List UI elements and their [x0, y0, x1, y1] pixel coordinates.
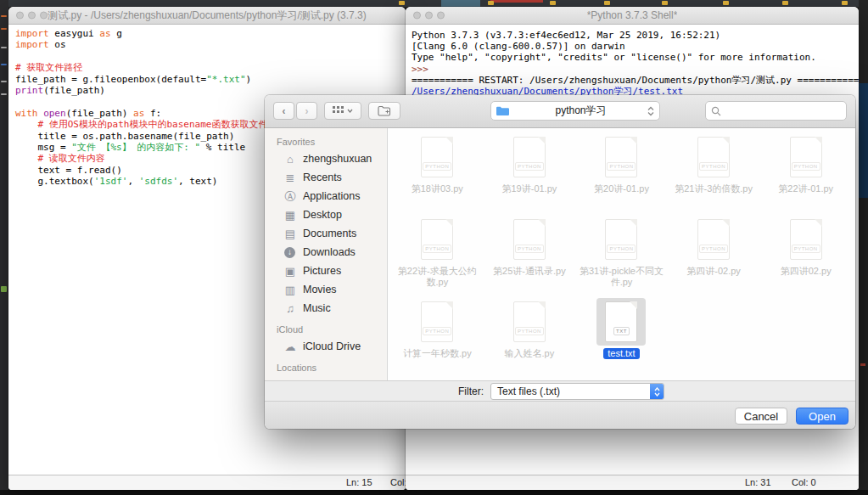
search-field[interactable] — [705, 101, 847, 121]
close-icon[interactable] — [413, 12, 421, 20]
sidebar-item-label: Downloads — [303, 246, 356, 258]
close-icon[interactable] — [16, 12, 24, 20]
folder-icon — [488, 1, 494, 5]
editor-line-indicator: Ln: 15 — [346, 477, 372, 487]
file-item[interactable]: PYTHON第21讲-3的倍数.py — [668, 133, 760, 216]
document-icon: PYTHON — [421, 301, 453, 342]
sidebar-item-label: Pictures — [303, 265, 341, 277]
editor-col-indicator: Col: — [390, 477, 406, 487]
folder-icon — [604, 1, 610, 5]
sidebar-item-music[interactable]: ♫Music — [265, 299, 387, 318]
folder-icon — [399, 1, 405, 5]
desktop-icon: ▦ — [283, 210, 297, 221]
shell-line: Python 3.7.3 (v3.7.3:ef4ec6ed12, Mar 25 … — [412, 30, 859, 41]
zoom-icon[interactable] — [40, 12, 48, 20]
file-name: test.txt — [603, 348, 639, 359]
movies-icon: ▥ — [283, 284, 297, 295]
home-icon: ⌂ — [283, 154, 297, 165]
filter-dropdown[interactable]: Text files (.txt) — [490, 383, 664, 400]
sidebar-item-icloud-drive[interactable]: ☁iCloud Drive — [265, 337, 387, 356]
file-item[interactable]: PYTHON第20讲-01.py — [575, 133, 668, 216]
sidebar-item-label: Recents — [303, 172, 342, 183]
cancel-button[interactable]: Cancel — [735, 408, 787, 425]
file-item[interactable]: PYTHON第四讲02.py — [759, 216, 852, 298]
shell-line: =========== RESTART: /Users/zhengshuxuan… — [412, 75, 859, 86]
editor-status-bar: Ln: 15 Col: — [8, 475, 406, 490]
sidebar-item-label: Applications — [303, 190, 360, 202]
music-icon: ♫ — [283, 303, 297, 314]
file-name: 计算一年秒数.py — [403, 348, 472, 359]
sidebar-item-movies[interactable]: ▥Movies — [265, 280, 387, 299]
folder-icon — [723, 1, 729, 5]
window-controls[interactable] — [413, 12, 445, 20]
file-item[interactable]: PYTHON第22讲-01.py — [759, 133, 852, 216]
file-type-badge: PYTHON — [792, 162, 820, 171]
sidebar-item-documents[interactable]: ▤Documents — [265, 224, 387, 243]
sidebar-item-downloads[interactable]: ↓Downloads — [265, 243, 387, 262]
minimize-icon[interactable] — [425, 12, 433, 20]
forward-button[interactable]: › — [296, 102, 317, 120]
sidebar-item-pictures[interactable]: ▣Pictures — [265, 262, 387, 280]
document-icon: PYTHON — [421, 137, 453, 177]
document-icon: PYTHON — [605, 219, 637, 260]
sidebar-section-header: Favorites — [265, 137, 387, 149]
sidebar-item-label: Documents — [303, 228, 356, 239]
background-bottom-edge — [0, 490, 868, 495]
code-line: # 获取文件路径 — [15, 62, 406, 73]
document-icon: PYTHON — [605, 137, 637, 177]
open-button[interactable]: Open — [796, 408, 848, 425]
code-line: import easygui as g — [15, 28, 406, 39]
file-name: 第19讲-01.py — [501, 183, 557, 194]
file-type-badge: PYTHON — [699, 245, 728, 253]
folder-path-dropdown[interactable]: python学习 — [490, 101, 660, 121]
file-name: 输入姓名.py — [505, 348, 555, 359]
sidebar-item-zhengshuxuan[interactable]: ⌂zhengshuxuan — [265, 149, 387, 168]
current-folder-label: python学习 — [514, 104, 647, 118]
file-item[interactable]: PYTHON第四讲-02.py — [668, 216, 760, 298]
file-type-badge: PYTHON — [423, 162, 451, 171]
document-icon: PYTHON — [697, 219, 730, 260]
dialog-footer: Cancel Open — [265, 401, 855, 429]
sidebar-item-desktop[interactable]: ▦Desktop — [265, 205, 387, 224]
minimize-icon[interactable] — [28, 12, 36, 20]
file-item[interactable]: PYTHON第19讲-01.py — [484, 133, 576, 216]
sidebar-item-label: iCloud Drive — [303, 340, 361, 352]
file-name: 第25讲-通讯录.py — [493, 266, 566, 277]
filter-value: Text files (.txt) — [491, 385, 650, 397]
documents-icon: ▤ — [283, 228, 297, 239]
file-name: 第四讲02.py — [781, 266, 832, 277]
back-button[interactable]: ‹ — [273, 102, 294, 120]
sidebar-item-label: Desktop — [303, 209, 342, 221]
file-item[interactable]: PYTHON第25讲-通讯录.py — [484, 216, 576, 298]
zoom-icon[interactable] — [437, 12, 445, 20]
background-red-badge — [490, 0, 543, 3]
editor-titlebar[interactable]: 测试.py - /Users/zhengshuxuan/Documents/py… — [8, 7, 406, 25]
file-open-dialog: ‹ › python学习 — [265, 95, 855, 429]
file-type-badge: PYTHON — [607, 162, 636, 171]
dialog-toolbar: ‹ › python学习 — [265, 95, 855, 128]
icloud-drive-icon: ☁ — [283, 341, 297, 352]
editor-window-title: 测试.py - /Users/zhengshuxuan/Documents/py… — [48, 8, 367, 23]
document-icon: PYTHON — [790, 137, 822, 177]
file-item[interactable]: PYTHON第31讲-pickle不同文件.py — [575, 216, 668, 298]
applications-icon: Ⓐ — [283, 191, 297, 202]
sidebar-item-recents[interactable]: ≣Recents — [265, 168, 387, 187]
file-item[interactable]: PYTHON第18讲03.py — [391, 133, 484, 216]
filter-row: Filter: Text files (.txt) — [265, 380, 855, 402]
shell-line: [Clang 6.0 (clang-600.0.57)] on darwin — [412, 41, 859, 52]
file-item[interactable]: PYTHON输入姓名.py — [484, 298, 576, 380]
shell-titlebar[interactable]: *Python 3.7.3 Shell* — [406, 7, 859, 25]
window-controls[interactable] — [16, 12, 48, 20]
file-item[interactable]: PYTHON第22讲-求最大公约数.py — [391, 216, 484, 298]
sidebar-item-applications[interactable]: ⒶApplications — [265, 187, 387, 205]
code-line: file_path = g.fileopenbox(default="*.txt… — [15, 74, 406, 85]
file-item[interactable]: TXTtest.txt — [575, 298, 668, 380]
file-item[interactable]: PYTHON计算一年秒数.py — [391, 298, 484, 380]
view-mode-button[interactable] — [324, 102, 361, 120]
document-icon: PYTHON — [513, 301, 546, 342]
filter-stepper-icon — [650, 384, 664, 399]
new-folder-button[interactable] — [368, 102, 400, 120]
file-type-badge: PYTHON — [699, 162, 728, 171]
sidebar-item-label: zhengshuxuan — [303, 153, 372, 165]
file-type-badge: PYTHON — [607, 245, 636, 253]
